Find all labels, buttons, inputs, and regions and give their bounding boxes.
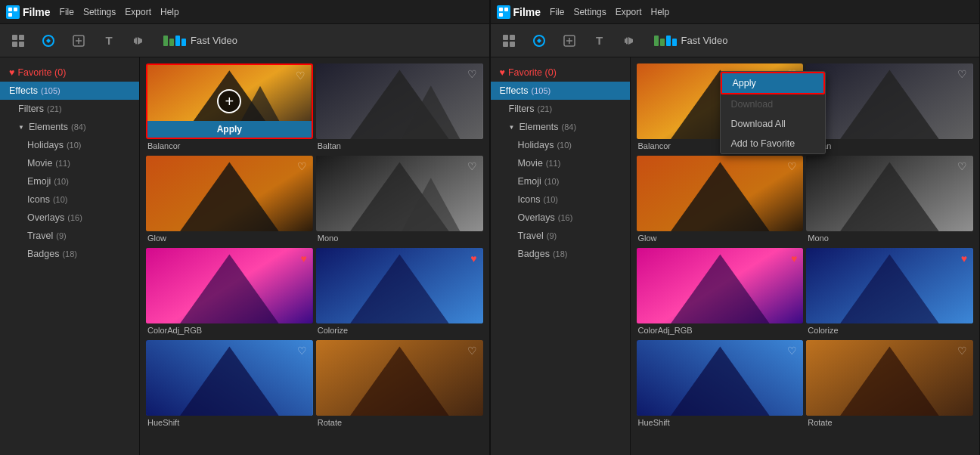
left-effect-mono[interactable]: ♡ Mono: [316, 156, 483, 245]
right-heart-hueshift[interactable]: ♡: [787, 345, 797, 357]
right-sidebar-emoji[interactable]: Emoji (10): [491, 172, 630, 190]
left-thumb-baltan: ♡: [316, 63, 483, 139]
right-sidebar-icons[interactable]: Icons (10): [491, 190, 630, 209]
left-apply-balancor[interactable]: Apply: [147, 121, 312, 138]
svg-rect-0: [8, 8, 12, 11]
left-sidebar-filters[interactable]: Filters (21): [0, 100, 139, 118]
left-effects-btn[interactable]: [36, 29, 60, 53]
left-effect-hueshift[interactable]: ♡ HueShift: [146, 340, 313, 429]
right-heart-glow[interactable]: ♡: [787, 160, 797, 172]
left-thumb-coloradj: ♥: [146, 248, 313, 323]
right-heart-coloradj[interactable]: ♥: [791, 252, 797, 265]
context-menu-add-favorite[interactable]: Add to Favorite: [721, 134, 825, 153]
left-menu-help[interactable]: Help: [160, 7, 179, 17]
left-sidebar-elements[interactable]: ▼ Elements (84): [0, 118, 139, 136]
svg-rect-31: [499, 13, 503, 17]
left-sidebar-holidays[interactable]: Holidays (10): [0, 136, 139, 154]
right-effect-baltan[interactable]: ♡ Baltan: [806, 63, 973, 153]
right-effect-mono[interactable]: ♡ Mono: [806, 156, 973, 245]
right-audio-btn[interactable]: [618, 29, 642, 53]
left-heart-baltan[interactable]: ♡: [467, 68, 477, 80]
svg-rect-3: [14, 13, 17, 17]
right-triangle-down-icon: ▼: [509, 124, 515, 131]
right-menu-help[interactable]: Help: [650, 7, 669, 17]
right-sidebar-favorite[interactable]: ♥ Favorite (0): [491, 63, 630, 82]
left-text-btn[interactable]: T: [97, 29, 121, 53]
right-toolbar: T Fast Video: [491, 24, 980, 57]
right-menu-export[interactable]: Export: [616, 7, 642, 17]
left-effect-coloradj[interactable]: ♥ ColorAdj_RGB: [146, 248, 313, 337]
left-effect-baltan[interactable]: ♡ Baltan: [316, 63, 483, 153]
left-edit-btn[interactable]: [67, 29, 91, 53]
left-play-btn[interactable]: [6, 29, 30, 53]
left-menu-file[interactable]: File: [60, 7, 74, 17]
left-heart-colorize[interactable]: ♥: [470, 252, 476, 265]
left-sidebar-emoji[interactable]: Emoji (10): [0, 172, 139, 190]
left-sidebar-icons[interactable]: Icons (10): [0, 190, 139, 209]
right-sidebar-holidays[interactable]: Holidays (10): [491, 136, 630, 154]
left-menu-settings[interactable]: Settings: [83, 7, 116, 17]
right-sidebar-overlays[interactable]: Overlays (16): [491, 209, 630, 227]
left-sidebar-badges[interactable]: Badges (18): [0, 245, 139, 263]
right-sidebar-elements-label: Elements: [519, 122, 558, 132]
right-effect-glow[interactable]: ♡ Glow: [637, 156, 804, 245]
right-sidebar-filters-label: Filters: [509, 104, 535, 114]
right-sidebar-travel[interactable]: Travel (9): [491, 227, 630, 245]
right-heart-rotate[interactable]: ♡: [957, 345, 967, 357]
left-audio-btn[interactable]: [127, 29, 151, 53]
left-sidebar-emoji-label: Emoji: [27, 176, 51, 187]
right-sidebar-badges[interactable]: Badges (18): [491, 245, 630, 263]
left-thumb-mono: ♡: [316, 156, 483, 231]
right-label-baltan: Baltan: [806, 139, 973, 153]
left-effect-colorize[interactable]: ♥ Colorize: [316, 248, 483, 337]
left-sidebar-icons-label: Icons: [27, 194, 50, 205]
context-menu-apply[interactable]: Apply: [721, 72, 825, 94]
right-effect-coloradj[interactable]: ♥ ColorAdj_RGB: [637, 248, 804, 337]
right-effect-rotate[interactable]: ♡ Rotate: [806, 340, 973, 429]
left-sidebar-favorite[interactable]: ♥ Favorite (0): [0, 63, 139, 82]
left-effect-rotate[interactable]: ♡ Rotate: [316, 340, 483, 429]
right-sidebar-overlays-count: (16): [558, 213, 573, 222]
right-heart-mono[interactable]: ♡: [957, 160, 967, 172]
left-sidebar-elements-label: Elements: [29, 122, 68, 132]
right-edit-btn[interactable]: [557, 29, 581, 53]
right-sidebar-filters-count: (21): [538, 104, 553, 113]
right-menu-settings[interactable]: Settings: [573, 7, 606, 17]
right-effect-hueshift[interactable]: ♡ HueShift: [637, 340, 804, 429]
right-sidebar-movie[interactable]: Movie (11): [491, 154, 630, 172]
right-sidebar-elements[interactable]: ▼ Elements (84): [491, 118, 630, 136]
right-play-btn[interactable]: [497, 29, 521, 53]
left-add-balancor[interactable]: +: [217, 89, 241, 113]
right-sidebar-effects[interactable]: Effects (105): [491, 82, 630, 100]
left-effect-glow[interactable]: ♡ Glow: [146, 156, 313, 245]
context-menu-download-all[interactable]: Download All: [721, 114, 825, 134]
right-label-glow: Glow: [637, 231, 804, 245]
right-menu-file[interactable]: File: [550, 7, 564, 17]
right-text-btn[interactable]: T: [588, 29, 612, 53]
right-label-colorize: Colorize: [806, 323, 973, 337]
left-effect-balancor[interactable]: ♡ + Apply Balancor: [146, 63, 313, 153]
left-menu-export[interactable]: Export: [125, 7, 151, 17]
right-effect-colorize[interactable]: ♥ Colorize: [806, 248, 973, 337]
left-mode-switcher: Fast Video: [163, 35, 237, 46]
right-effects-btn[interactable]: [527, 29, 551, 53]
right-heart-colorize[interactable]: ♥: [961, 252, 967, 265]
left-heart-balancor[interactable]: ♡: [296, 70, 305, 82]
right-sidebar-travel-label: Travel: [518, 231, 544, 241]
left-heart-mono[interactable]: ♡: [467, 160, 477, 172]
left-heart-coloradj[interactable]: ♥: [300, 252, 306, 265]
left-heart-hueshift[interactable]: ♡: [297, 345, 307, 357]
right-mode-switcher: Fast Video: [654, 35, 728, 46]
left-heart-rotate[interactable]: ♡: [467, 345, 477, 357]
right-sidebar-filters[interactable]: Filters (21): [491, 100, 630, 118]
left-sidebar-overlays[interactable]: Overlays (16): [0, 209, 139, 227]
right-main: ♥ Favorite (0) Effects (105) Filters (21…: [491, 57, 980, 455]
right-effect-balancor[interactable]: ♡ Balancor Apply Download Download All A…: [637, 63, 804, 153]
right-heart-baltan[interactable]: ♡: [957, 68, 967, 80]
left-heart-glow[interactable]: ♡: [297, 160, 307, 172]
left-sidebar-badges-count: (18): [62, 249, 77, 258]
left-sidebar-effects[interactable]: Effects (105): [0, 82, 139, 100]
left-sidebar: ♥ Favorite (0) Effects (105) Filters (21…: [0, 57, 140, 455]
left-sidebar-movie[interactable]: Movie (11): [0, 154, 139, 172]
left-sidebar-travel[interactable]: Travel (9): [0, 227, 139, 245]
